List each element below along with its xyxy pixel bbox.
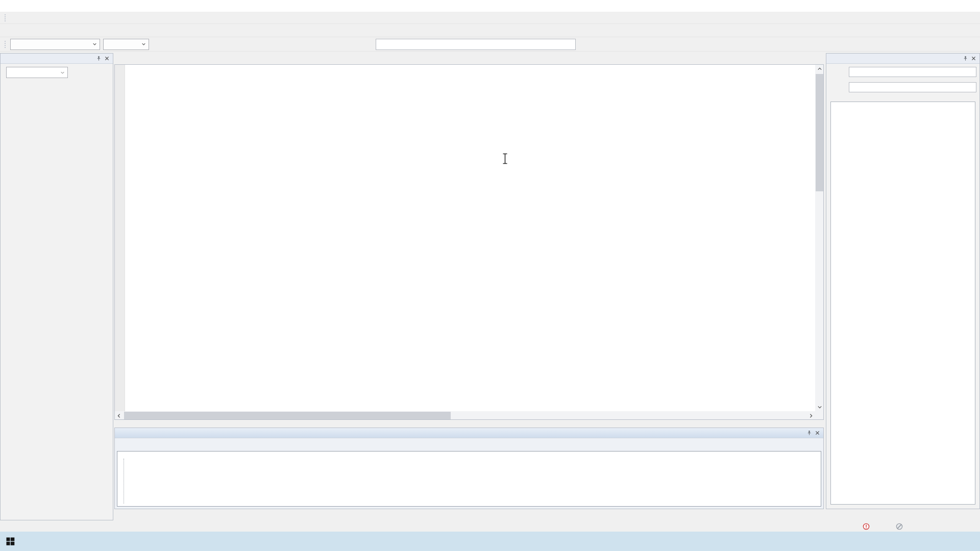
output-panel-header <box>115 428 823 438</box>
scroll-up-icon[interactable] <box>815 64 824 73</box>
code-editor[interactable] <box>114 64 815 411</box>
workspace-tree <box>1 81 113 83</box>
error-indicator-icon <box>863 523 870 530</box>
open-file-search-input[interactable] <box>376 39 576 50</box>
pin-icon[interactable] <box>963 56 968 61</box>
editor-tab-strip <box>114 53 824 63</box>
standard-toolbar <box>0 24 980 37</box>
chevron-down-icon <box>92 42 97 46</box>
close-icon[interactable] <box>104 56 110 61</box>
windows-start-button[interactable] <box>6 537 15 545</box>
toolbar-grip <box>4 14 7 21</box>
vertical-scroll-thumb[interactable] <box>816 74 823 191</box>
text-cursor-pointer <box>502 153 508 164</box>
target-architecture-selector[interactable] <box>103 39 149 50</box>
chevron-down-icon <box>60 70 65 75</box>
output-list[interactable] <box>117 451 821 507</box>
dataflex-app-icon <box>4 2 12 10</box>
output-toolbar <box>115 438 823 450</box>
properties-panel-header <box>826 54 979 64</box>
current-project-selector[interactable] <box>6 67 68 78</box>
workspace-explorer-header <box>1 54 113 64</box>
pin-icon[interactable] <box>806 430 812 436</box>
tree-connector-line <box>124 459 124 504</box>
project-selector[interactable] <box>10 39 100 50</box>
editor-horizontal-scrollbar[interactable] <box>114 411 815 420</box>
workspace-explorer-panel <box>0 53 113 520</box>
editor-gutter <box>114 64 125 411</box>
editor-vertical-scrollbar[interactable] <box>815 64 824 411</box>
chevron-down-icon <box>141 42 146 46</box>
properties-panel <box>826 53 980 509</box>
menu-bar <box>0 12 980 24</box>
class-selector-input[interactable] <box>849 82 976 92</box>
offline-indicator-icon <box>896 523 903 530</box>
horizontal-scroll-thumb[interactable] <box>124 412 451 419</box>
code-block-highlight-rectangle <box>126 135 529 216</box>
scroll-left-icon[interactable] <box>114 411 123 420</box>
object-selector-input[interactable] <box>849 67 976 77</box>
output-panel <box>114 428 824 509</box>
scroll-down-icon[interactable] <box>815 403 824 411</box>
scrollbar-corner <box>815 411 824 420</box>
properties-hint-box <box>830 102 975 505</box>
status-bar <box>0 521 980 532</box>
toolbar-grip <box>4 40 7 48</box>
scroll-right-icon[interactable] <box>806 411 815 420</box>
pin-icon[interactable] <box>96 56 102 61</box>
windows-taskbar <box>0 532 980 551</box>
close-icon[interactable] <box>815 430 820 436</box>
close-icon[interactable] <box>971 56 976 61</box>
title-bar <box>0 0 980 12</box>
